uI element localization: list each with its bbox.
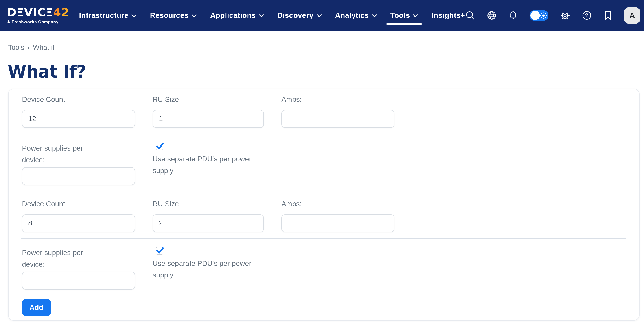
amps-input-1[interactable] xyxy=(282,110,394,128)
menu-item-discovery[interactable]: Discovery xyxy=(277,0,322,31)
checkmark-icon xyxy=(155,142,165,151)
menu-label: Insights+ xyxy=(432,11,465,20)
logo-tagline: A Freshworks Company xyxy=(7,19,69,24)
chevron-down-icon xyxy=(132,14,136,17)
chevron-down-icon xyxy=(316,14,322,17)
device-count-label: Device Count: xyxy=(22,200,67,208)
add-button[interactable]: Add xyxy=(22,299,51,316)
menu-label: Infrastructure xyxy=(79,11,128,20)
ru-size-input-2[interactable] xyxy=(152,214,264,232)
whatif-form-card: Device Count: RU Size: Amps: Power suppl… xyxy=(8,89,640,321)
chevron-down-icon xyxy=(192,14,197,17)
breadcrumb: Tools › What if xyxy=(8,43,54,51)
menu-label: Resources xyxy=(150,11,188,20)
nav-utility-icons: ? A xyxy=(465,7,644,24)
ru-size-input-1[interactable] xyxy=(152,110,264,128)
sun-icon xyxy=(540,12,547,19)
theme-toggle[interactable] xyxy=(530,10,548,21)
chevron-down-icon xyxy=(372,14,377,17)
user-avatar[interactable]: A xyxy=(624,7,640,24)
main-menu: Infrastructure Resources Applications Di… xyxy=(79,0,465,31)
pdu-checkbox-label: Use separate PDU's per power supply xyxy=(152,153,265,177)
breadcrumb-separator: › xyxy=(28,43,30,51)
gear-icon[interactable] xyxy=(560,10,570,21)
row-divider xyxy=(21,238,626,239)
logo-text-orange: 42 xyxy=(53,6,69,19)
menu-item-infrastructure[interactable]: Infrastructure xyxy=(79,0,136,31)
search-icon[interactable] xyxy=(465,10,475,21)
page-title: What If? xyxy=(8,62,86,82)
help-icon[interactable]: ? xyxy=(582,10,592,21)
device-count-label: Device Count: xyxy=(22,95,67,104)
power-supplies-input-2[interactable] xyxy=(22,272,135,290)
menu-label: Tools xyxy=(390,11,410,20)
menu-label: Discovery xyxy=(277,11,314,20)
breadcrumb-current: What if xyxy=(33,43,54,51)
pdu-checkbox-2[interactable] xyxy=(156,247,163,255)
amps-label: Amps: xyxy=(282,200,302,208)
page: DΞVICΞ42 A Freshworks Company Infrastruc… xyxy=(0,0,644,325)
breadcrumb-tools-link[interactable]: Tools xyxy=(8,43,24,51)
globe-icon[interactable] xyxy=(486,10,497,21)
avatar-letter: A xyxy=(630,11,635,20)
menu-item-resources[interactable]: Resources xyxy=(150,0,196,31)
pdu-checkbox-label: Use separate PDU's per power supply xyxy=(152,258,265,281)
bell-icon[interactable] xyxy=(508,10,518,21)
menu-item-analytics[interactable]: Analytics xyxy=(335,0,377,31)
device-count-input-1[interactable] xyxy=(22,110,135,128)
logo-text-white: DΞVICΞ xyxy=(7,6,53,19)
device42-logo[interactable]: DΞVICΞ42 A Freshworks Company xyxy=(7,7,69,24)
power-supplies-label: Power supplies per device: xyxy=(22,143,98,166)
menu-item-tools[interactable]: Tools xyxy=(390,0,418,31)
amps-label: Amps: xyxy=(282,95,302,104)
svg-text:?: ? xyxy=(585,12,588,18)
amps-input-2[interactable] xyxy=(282,214,394,232)
row-divider xyxy=(21,134,626,134)
checkmark-icon xyxy=(155,246,165,256)
top-navigation-bar: DΞVICΞ42 A Freshworks Company Infrastruc… xyxy=(0,0,644,31)
pdu-checkbox-1[interactable] xyxy=(156,143,163,150)
menu-item-insights[interactable]: Insights+ xyxy=(432,0,465,31)
menu-label: Applications xyxy=(210,11,256,20)
chevron-down-icon xyxy=(413,14,418,17)
menu-label: Analytics xyxy=(335,11,369,20)
ru-size-label: RU Size: xyxy=(152,200,181,208)
power-supplies-label: Power supplies per device: xyxy=(22,247,98,270)
toggle-knob xyxy=(530,11,540,20)
ru-size-label: RU Size: xyxy=(152,95,181,104)
device-count-input-2[interactable] xyxy=(22,214,135,232)
power-supplies-input-1[interactable] xyxy=(22,167,135,185)
device-group-2: Device Count: RU Size: Amps: Power suppl… xyxy=(8,194,639,298)
device-group-1: Device Count: RU Size: Amps: Power suppl… xyxy=(8,89,639,194)
bookmark-icon[interactable] xyxy=(603,10,612,21)
logo-wordmark: DΞVICΞ42 xyxy=(7,7,69,18)
menu-item-applications[interactable]: Applications xyxy=(210,0,264,31)
chevron-down-icon xyxy=(259,14,264,17)
